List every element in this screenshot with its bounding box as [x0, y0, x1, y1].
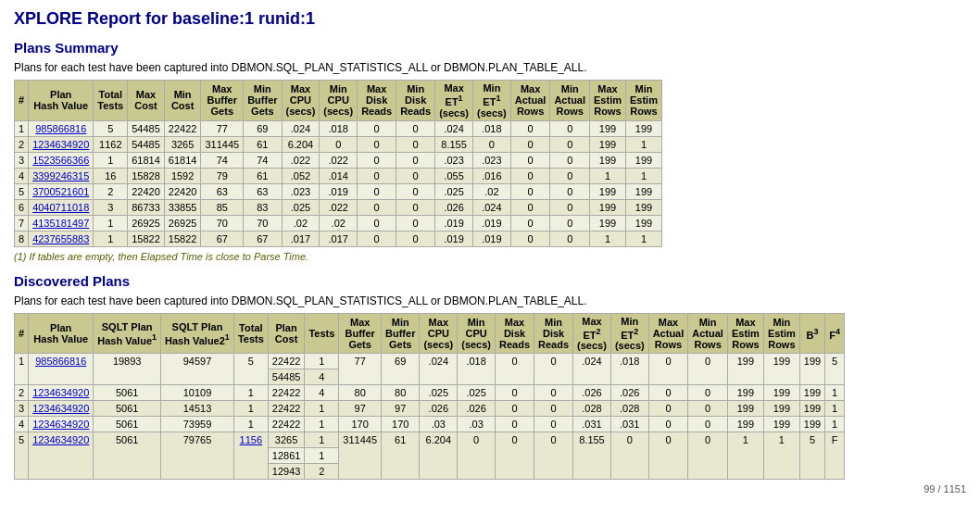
- dcol-f: F4: [825, 313, 845, 354]
- plans-summary-heading: Plans Summary: [14, 40, 966, 56]
- table-row: 53700521601222420224206363.023.01900.025…: [15, 183, 662, 199]
- col-max-cost: MaxCost: [128, 81, 165, 121]
- table-row: 3123463492050611451312242219797.026.0260…: [15, 401, 845, 417]
- table-row: 2123463492050611010912242248080.025.0250…: [15, 385, 845, 401]
- col-max-et: MaxET1(secs): [435, 81, 473, 121]
- dcol-max-buf: MaxBufferGets: [339, 313, 382, 354]
- col-max-cpu: MaxCPU(secs): [282, 81, 320, 121]
- footer: 99 / 1151: [14, 483, 966, 494]
- dcol-min-act: MinActualRows: [688, 313, 728, 354]
- table-row: 84237655883115822158226767.017.01700.019…: [15, 231, 662, 246]
- dcol-plan-cost: PlanCost: [268, 313, 305, 354]
- table-row: 43399246315161582815927961.052.01400.055…: [15, 168, 662, 183]
- dcol-max-act: MaxActualRows: [648, 313, 688, 354]
- dcol-num: #: [15, 313, 29, 354]
- dcol-sqlt1: SQLT PlanHash Value1: [94, 313, 161, 354]
- table-row: 51234634920506179765115632651311445616.2…: [15, 432, 845, 448]
- col-num: #: [15, 81, 29, 121]
- col-max-estim: MaxEstimRows: [590, 81, 626, 121]
- dcol-max-cpu: MaxCPU(secs): [420, 313, 458, 354]
- plans-summary-desc: Plans for each test have been captured i…: [14, 61, 966, 74]
- dcol-min-est: MinEstimRows: [763, 313, 799, 354]
- dcol-min-cpu: MinCPU(secs): [458, 313, 496, 354]
- col-min-actual: MinActualRows: [550, 81, 590, 121]
- dcol-total: TotalTests: [233, 313, 268, 354]
- dcol-min-et: MinET2(secs): [610, 313, 648, 354]
- discovered-plans-desc: Plans for each test have been captured i…: [14, 294, 966, 307]
- table-row: 74135181497126925269257070.02.0200.019.0…: [15, 215, 662, 231]
- plans-summary-note: (1) If tables are empty, then Elapsed Ti…: [14, 251, 966, 262]
- page-title: XPLORE Report for baseline:1 runid:1: [14, 9, 966, 29]
- col-max-actual: MaxActualRows: [510, 81, 550, 121]
- dcol-sqlt2: SQLT PlanHash Value21: [161, 313, 234, 354]
- discovered-plans-heading: Discovered Plans: [14, 273, 966, 289]
- dcol-hash: PlanHash Value: [29, 313, 94, 354]
- discovered-plans-table: # PlanHash Value SQLT PlanHash Value1 SQ…: [14, 313, 845, 481]
- dcol-max-est: MaxEstimRows: [727, 313, 763, 354]
- table-row: 31523566366161814618147474.022.02200.023…: [15, 152, 662, 168]
- col-min-buf-gets: MinBufferGets: [244, 81, 282, 121]
- col-hash: PlanHash Value: [29, 81, 94, 121]
- col-min-cpu: MinCPU(secs): [320, 81, 358, 121]
- dcol-max-disk: MaxDiskReads: [496, 313, 534, 354]
- dcol-max-et: MaxET2(secs): [573, 313, 611, 354]
- dcol-min-buf: MinBufferGets: [382, 313, 420, 354]
- dcol-b: B3: [799, 313, 824, 354]
- dcol-tests: Tests: [305, 313, 339, 354]
- table-row: 1985866816198939459752242217769.024.0180…: [15, 354, 845, 369]
- col-min-disk-reads: MinDiskReads: [396, 81, 435, 121]
- col-min-cost: MinCost: [164, 81, 201, 121]
- col-min-estim: MinEstimRows: [626, 81, 662, 121]
- col-max-disk-reads: MaxDiskReads: [358, 81, 396, 121]
- plans-summary-table: # PlanHash Value TotalTests MaxCost MinC…: [14, 80, 662, 247]
- col-total-tests: TotalTests: [94, 81, 128, 121]
- col-min-et: MinET1(secs): [472, 81, 510, 121]
- col-max-buf-gets: MaxBufferGets: [201, 81, 244, 121]
- dcol-min-disk: MinDiskReads: [534, 313, 573, 354]
- table-row: 64040711018386733338558583.025.02200.026…: [15, 199, 662, 215]
- table-row: 1985866816554485224227769.024.01800.024.…: [15, 120, 662, 136]
- table-row: 412346349205061739591224221170170.03.030…: [15, 417, 845, 432]
- table-row: 212346349201162544853265311445616.204000…: [15, 136, 662, 152]
